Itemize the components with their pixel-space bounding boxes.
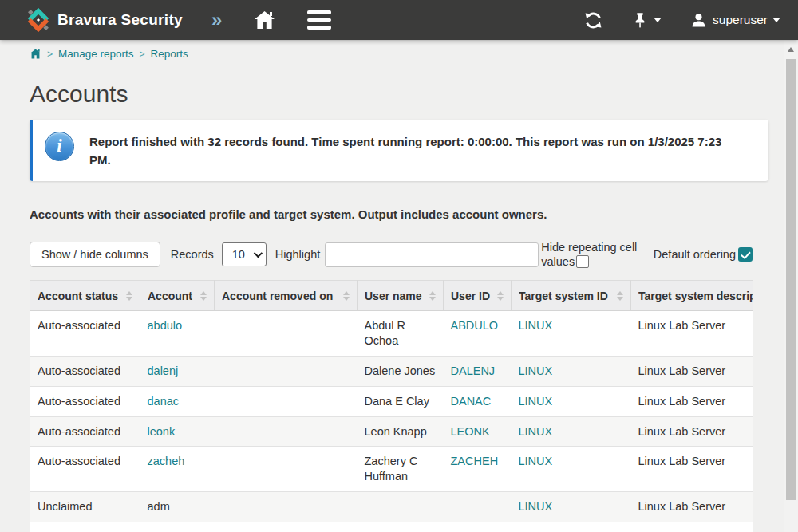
cell-target-system-id: LINUX bbox=[512, 356, 631, 386]
account-link[interactable]: zacheh bbox=[148, 455, 185, 467]
target-system-link[interactable]: LINUX bbox=[519, 455, 553, 467]
cell-text: Abdul R Ochoa bbox=[365, 319, 406, 347]
cell-text: Linux Lab Server bbox=[638, 395, 726, 408]
default-ordering-checkbox[interactable] bbox=[738, 247, 753, 262]
cell-account-removed-on bbox=[215, 416, 358, 447]
user-id-link[interactable]: LEONK bbox=[451, 425, 490, 438]
cell-user-id: ZACHEH bbox=[444, 447, 512, 492]
cell-target-system-id: LINUX bbox=[512, 447, 631, 492]
main-menu-button[interactable] bbox=[307, 10, 331, 30]
page-scrollbar[interactable] bbox=[784, 40, 798, 532]
cell-target-system-description: Linux Lab Server bbox=[631, 386, 753, 416]
cell-text: Auto-associated bbox=[38, 395, 120, 408]
user-id-link[interactable]: DALENJ bbox=[451, 365, 496, 377]
user-id-link[interactable]: DANAC bbox=[451, 395, 492, 408]
cell-text: Linux Lab Server bbox=[638, 500, 726, 513]
breadcrumb-separator: > bbox=[47, 49, 53, 60]
column-header-account[interactable]: Account bbox=[140, 281, 215, 311]
hamburger-icon bbox=[307, 10, 331, 14]
table-row: UnclaimedadmLINUXLinux Lab Server bbox=[30, 492, 753, 522]
highlight-label: Highlight bbox=[275, 248, 320, 261]
cell-account-removed-on bbox=[215, 356, 358, 386]
hide-repeating-checkbox[interactable] bbox=[576, 255, 589, 268]
column-label: Account status bbox=[38, 290, 121, 302]
cell-account-removed-on bbox=[215, 447, 358, 492]
account-link[interactable]: abdulo bbox=[148, 319, 183, 332]
target-system-link[interactable]: LINUX bbox=[519, 319, 553, 332]
cell-account-removed-on bbox=[215, 386, 358, 416]
cell-text: adm bbox=[148, 500, 170, 513]
target-system-link[interactable]: LINUX bbox=[519, 365, 553, 377]
column-label: User ID bbox=[451, 290, 492, 302]
cell-account-removed-on bbox=[215, 522, 358, 532]
cell-text: Zachery C Huffman bbox=[365, 455, 418, 483]
highlight-input[interactable] bbox=[325, 242, 539, 267]
home-button[interactable] bbox=[254, 10, 275, 30]
cell-target-system-description: Linux Lab Server bbox=[631, 416, 753, 447]
breadcrumb-home-link[interactable] bbox=[30, 49, 41, 59]
breadcrumb-manage-reports-link[interactable]: Manage reports bbox=[58, 48, 134, 60]
column-label: Account removed on bbox=[222, 290, 338, 302]
sort-icon bbox=[200, 291, 207, 301]
expand-menu-icon[interactable]: » bbox=[211, 10, 222, 30]
cell-account: bin bbox=[140, 522, 215, 532]
account-link[interactable]: dalenj bbox=[148, 365, 179, 377]
account-link[interactable]: danac bbox=[148, 395, 180, 408]
default-ordering-control: Default ordering bbox=[654, 247, 753, 262]
cell-account: zacheh bbox=[140, 447, 215, 492]
cell-target-system-description: Linux Lab Server bbox=[631, 522, 753, 532]
report-status-alert: i Report finished with 32 records found.… bbox=[30, 120, 768, 181]
user-id-link[interactable]: ZACHEH bbox=[451, 455, 499, 467]
refresh-button[interactable] bbox=[584, 11, 602, 30]
cell-account: danac bbox=[140, 386, 215, 416]
user-id-link[interactable]: ABDULO bbox=[451, 319, 499, 332]
sort-icon bbox=[497, 291, 504, 301]
cell-target-system-description: Linux Lab Server bbox=[631, 311, 753, 357]
account-link[interactable]: leonk bbox=[148, 425, 176, 438]
column-header-user-name[interactable]: User name bbox=[358, 281, 444, 311]
cell-user-name: Abdul R Ochoa bbox=[358, 311, 444, 357]
refresh-icon bbox=[584, 11, 602, 30]
target-system-link[interactable]: LINUX bbox=[519, 395, 553, 408]
pin-menu-button[interactable] bbox=[631, 11, 662, 30]
breadcrumb-separator: > bbox=[140, 49, 145, 60]
hide-repeating-values-control: Hide repeating cell values bbox=[541, 240, 647, 269]
sort-icon bbox=[429, 291, 436, 301]
table-row: UnclaimedbinLINUXLinux Lab Server bbox=[30, 522, 753, 532]
show-hide-columns-button[interactable]: Show / hide columns bbox=[30, 242, 160, 267]
cell-target-system-id: LINUX bbox=[512, 416, 631, 447]
table-row: Auto-associateddanacDana E ClayDANACLINU… bbox=[30, 386, 753, 416]
cell-target-system-description: Linux Lab Server bbox=[631, 492, 753, 522]
cell-target-system-id: LINUX bbox=[512, 492, 631, 522]
cell-user-name: Leon Knapp bbox=[358, 416, 444, 447]
cell-text: Leon Knapp bbox=[365, 425, 427, 438]
cell-text: Dana E Clay bbox=[365, 395, 429, 408]
user-menu-button[interactable]: superuser bbox=[690, 12, 780, 29]
scrollbar-up-arrow-icon[interactable] bbox=[788, 47, 794, 52]
cell-user-id: LEONK bbox=[444, 416, 512, 447]
breadcrumb-reports-link[interactable]: Reports bbox=[151, 48, 188, 60]
report-description: Accounts with their associated profile a… bbox=[30, 207, 768, 221]
target-system-link[interactable]: LINUX bbox=[519, 425, 553, 438]
records-select[interactable]: 10 bbox=[222, 242, 267, 266]
column-label: Account bbox=[148, 290, 196, 302]
brand-home-link[interactable]: Bravura Security bbox=[26, 8, 183, 32]
report-table-container: Account statusAccountAccount removed onU… bbox=[30, 280, 753, 532]
user-icon bbox=[690, 12, 707, 29]
cell-account-status: Auto-associated bbox=[30, 386, 140, 416]
cell-account-status: Auto-associated bbox=[30, 447, 140, 492]
column-header-target-system-description[interactable]: Target system description bbox=[631, 281, 753, 311]
cell-account-removed-on bbox=[215, 492, 358, 522]
column-label: Target system description bbox=[638, 290, 753, 302]
table-row: Auto-associatedleonkLeon KnappLEONKLINUX… bbox=[30, 416, 753, 447]
column-header-user-id[interactable]: User ID bbox=[444, 281, 512, 311]
column-header-target-system-id[interactable]: Target system ID bbox=[512, 281, 631, 311]
column-header-account-status[interactable]: Account status bbox=[30, 281, 140, 311]
cell-account: dalenj bbox=[140, 356, 215, 386]
target-system-link[interactable]: LINUX bbox=[519, 500, 553, 513]
column-header-account-removed-on[interactable]: Account removed on bbox=[215, 281, 358, 311]
scrollbar-thumb[interactable] bbox=[786, 59, 796, 500]
report-table: Account statusAccountAccount removed onU… bbox=[30, 280, 753, 532]
cell-user-name: Dalene Jones bbox=[358, 356, 444, 386]
cell-text: Unclaimed bbox=[38, 500, 93, 513]
